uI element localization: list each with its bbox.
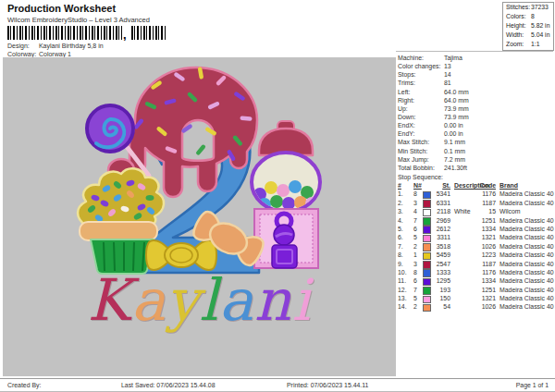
table-row: 1.853411176Madeira Classic 40 — [398, 190, 553, 198]
app-subtitle: Wilcom EmbroideryStudio – Level 3 Advanc… — [7, 16, 150, 24]
production-worksheet-page: Production Worksheet Wilcom EmbroiderySt… — [0, 0, 555, 392]
machine-info-label: Total Bobbin: — [398, 164, 435, 172]
row-needle: 2 — [413, 242, 417, 251]
stats-value: 1:1 — [531, 40, 539, 49]
stats-row: Width:5.04 in — [503, 31, 553, 40]
row-code: 1251 — [470, 286, 496, 294]
machine-info-row: Right:64.0 mm — [398, 96, 553, 104]
stats-value: 8 — [531, 12, 535, 21]
col-stitches: St. — [431, 181, 450, 190]
colorway-value: Colorway 1 — [39, 51, 71, 57]
machine-info-row: Min Stitch:0.1 mm — [398, 147, 553, 155]
row-brand: Madeira Classic 40 — [500, 251, 554, 259]
machine-info-label: Max Jump: — [398, 155, 429, 164]
row-stitches: 2547 — [431, 260, 450, 268]
row-seq: 4. — [398, 216, 403, 225]
row-needle: 4 — [413, 207, 417, 215]
cupcake-rim — [80, 222, 157, 240]
machine-info-value: 81 — [444, 79, 451, 87]
row-code: 15 — [470, 207, 496, 215]
machine-info-row: Down:73.9 mm — [398, 113, 553, 121]
row-brand: Madeira Classic 40 — [500, 294, 554, 302]
machine-info-value: 0.1 mm — [444, 147, 465, 155]
machine-info-label: Down: — [398, 113, 416, 121]
row-stitches: 3311 — [431, 233, 450, 241]
machine-info-label: EndY: — [398, 129, 414, 138]
table-row: 10.813331176Madeira Classic 40 — [398, 268, 553, 276]
created-by-label: Created By: — [7, 382, 41, 388]
machine-info-value: 7.2 mm — [444, 155, 465, 164]
table-row: 9.325471187Madeira Classic 40 — [398, 260, 553, 268]
row-seq: 1. — [398, 190, 403, 198]
name-letter: l — [200, 266, 219, 334]
row-seq: 8. — [398, 251, 403, 259]
row-needle: 5 — [413, 294, 417, 302]
colorway-row: Colorway: Colorway 1 — [7, 51, 71, 57]
stats-value: 5.82 in — [531, 21, 549, 31]
table-row: 12.71931251Madeira Classic 40 — [398, 286, 553, 294]
stats-label: Colors: — [506, 12, 526, 21]
row-stitches: 193 — [431, 286, 450, 294]
row-needle: 2 — [413, 302, 417, 311]
name-letter: y — [166, 266, 200, 334]
row-code: 1026 — [470, 302, 496, 311]
table-row: 13.51501321Madeira Classic 40 — [398, 294, 553, 302]
row-stitches: 2969 — [431, 216, 450, 225]
table-row: 6.533111321Madeira Classic 40 — [398, 233, 553, 241]
row-description: White — [454, 207, 471, 215]
stats-row: Zoom:1:1 — [503, 40, 553, 49]
table-row: 8.154591223Madeira Classic 40 — [398, 251, 553, 259]
machine-info-value: 241.30ft — [444, 164, 467, 172]
machine-info-label: EndX: — [398, 121, 415, 129]
row-code: 1176 — [470, 268, 496, 276]
table-row: 5.626121334Madeira Classic 40 — [398, 225, 553, 233]
row-code: 1187 — [470, 199, 496, 207]
colorway-label: Colorway: — [7, 51, 37, 57]
stats-label: Stitches: — [506, 3, 530, 12]
row-code: 1251 — [470, 216, 496, 225]
row-needle: 3 — [413, 260, 417, 268]
row-needle: 6 — [413, 276, 417, 285]
row-brand: Madeira Classic 40 — [500, 190, 554, 198]
table-row: 7.235181026Madeira Classic 40 — [398, 242, 553, 251]
machine-info-row: Total Bobbin:241.30ft — [398, 164, 553, 172]
machine-info-label: Up: — [398, 104, 408, 113]
row-brand: Wilcom — [500, 207, 521, 215]
row-seq: 11. — [398, 276, 406, 285]
row-stitches: 5459 — [431, 251, 450, 259]
row-needle: 3 — [413, 199, 417, 207]
row-brand: Madeira Classic 40 — [500, 286, 554, 294]
row-code: 1334 — [470, 276, 496, 285]
design-label: Design: — [7, 43, 37, 49]
row-code: 1223 — [470, 251, 496, 259]
row-stitches: 2612 — [431, 225, 450, 233]
barcode-segment-1 — [7, 26, 122, 40]
row-needle: 1 — [413, 251, 417, 259]
row-seq: 10. — [398, 268, 407, 276]
col-seq: # — [398, 181, 401, 190]
machine-info-label: Trims: — [398, 79, 415, 87]
row-stitches: 6331 — [431, 199, 450, 207]
row-stitches: 54 — [431, 302, 450, 311]
machine-info-label: Color changes: — [398, 62, 440, 70]
footer-bar: Created By: Last Saved: 07/06/2023 15.44… — [0, 378, 555, 392]
table-row: 2.363311187Madeira Classic 40 — [398, 199, 553, 207]
machine-info-row: Max Jump:7.2 mm — [398, 155, 553, 164]
row-brand: Madeira Classic 40 — [500, 199, 554, 207]
row-code: 1321 — [470, 233, 496, 241]
row-stitches: 1295 — [431, 276, 450, 285]
machine-info-row: Color changes:13 — [398, 62, 553, 70]
machine-info-value: 73.9 mm — [444, 104, 469, 113]
row-stitches: 150 — [431, 294, 450, 302]
row-seq: 9. — [398, 260, 403, 268]
row-brand: Madeira Classic 40 — [500, 242, 554, 251]
name-letter: a — [219, 266, 254, 334]
machine-info-value: 64.0 mm — [444, 88, 469, 96]
row-needle: 8 — [413, 190, 417, 198]
name-letter: K — [88, 266, 131, 334]
row-brand: Madeira Classic 40 — [500, 276, 554, 285]
row-stitches: 2118 — [431, 207, 450, 215]
row-code: 1026 — [470, 242, 496, 251]
row-stitches: 5341 — [431, 190, 450, 198]
machine-info-value: 0.00 in — [444, 129, 463, 138]
